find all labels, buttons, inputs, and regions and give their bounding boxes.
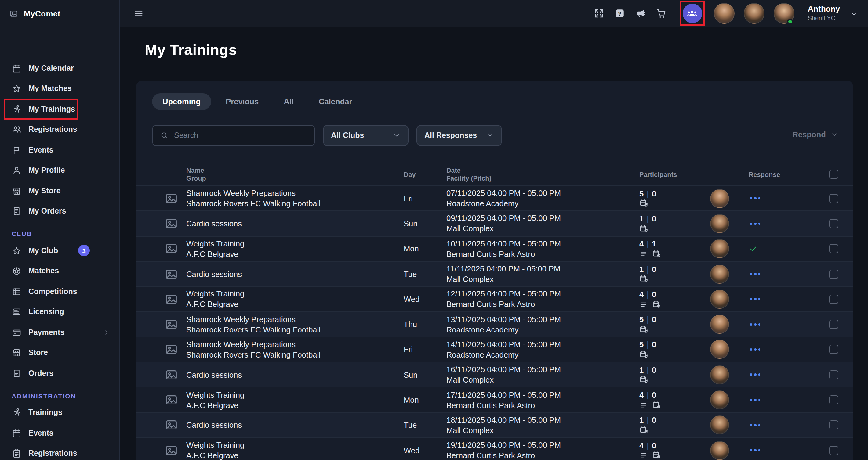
response-menu-button[interactable]: [749, 296, 762, 303]
calendar-sync-icon[interactable]: [652, 300, 661, 309]
participant-avatar[interactable]: [710, 340, 729, 359]
calendar-sync-icon[interactable]: [652, 451, 661, 460]
training-row[interactable]: Cardio sessionsSun16/11/2025 04:00 PM - …: [136, 362, 853, 387]
user-menu[interactable]: Anthony Sheriff YC: [808, 5, 840, 22]
response-menu-button[interactable]: [749, 371, 762, 379]
sidebar-item-my-profile[interactable]: My Profile: [0, 160, 119, 180]
training-row[interactable]: Shamrock Weekly PreparationsShamrock Rov…: [136, 337, 853, 362]
calendar-sync-icon[interactable]: [639, 325, 648, 334]
calendar-sync-icon[interactable]: [639, 426, 648, 435]
training-date: 16/11/2025 04:00 PM - 05:00 PM: [446, 364, 639, 374]
announcements-button[interactable]: [635, 8, 647, 19]
training-row[interactable]: Weights TrainingA.F.C BelgraveMon17/11/2…: [136, 387, 853, 413]
training-row[interactable]: Weights TrainingA.F.C BelgraveWed12/11/2…: [136, 286, 853, 311]
row-checkbox[interactable]: [829, 345, 838, 354]
sidebar-item-matches[interactable]: Matches: [0, 261, 119, 281]
sidebar-item-licensing[interactable]: Licensing: [0, 302, 119, 322]
calendar-sync-icon[interactable]: [639, 350, 648, 359]
sidebar-item-my-orders[interactable]: My Orders: [0, 201, 119, 222]
sidebar-item-my-club[interactable]: My Club3: [0, 240, 119, 261]
chevron-down-icon[interactable]: [849, 9, 858, 18]
tab-previous[interactable]: Previous: [215, 93, 269, 109]
tab-upcoming[interactable]: Upcoming: [152, 93, 211, 109]
attendance-list-icon[interactable]: [639, 401, 648, 410]
sidebar-item-my-calendar[interactable]: My Calendar: [0, 58, 119, 78]
training-row[interactable]: Shamrock Weekly PreparationsShamrock Rov…: [136, 186, 853, 211]
participant-avatar[interactable]: [710, 441, 729, 460]
row-checkbox[interactable]: [829, 219, 838, 228]
participant-avatar[interactable]: [710, 239, 729, 258]
participant-avatar[interactable]: [710, 416, 729, 435]
training-row[interactable]: Cardio sessionsTue18/11/2025 04:00 PM - …: [136, 412, 853, 437]
attendance-list-icon[interactable]: [639, 250, 648, 258]
cart-button[interactable]: [656, 8, 668, 19]
respond-button[interactable]: Respond: [793, 130, 838, 139]
training-row[interactable]: Cardio sessionsSun09/11/2025 04:00 PM - …: [136, 211, 853, 236]
response-menu-button[interactable]: [749, 422, 762, 429]
participant-avatar[interactable]: [710, 390, 729, 409]
sidebar-item-competitions[interactable]: Competitions: [0, 281, 119, 302]
training-row[interactable]: Weights TrainingA.F.C BelgraveMon10/11/2…: [136, 236, 853, 261]
sidebar-item-my-matches[interactable]: My Matches: [0, 78, 119, 99]
row-checkbox[interactable]: [829, 421, 838, 430]
response-menu-button[interactable]: [749, 396, 762, 403]
calendar-sync-icon[interactable]: [652, 401, 661, 410]
training-row[interactable]: Shamrock Weekly PreparationsShamrock Rov…: [136, 311, 853, 337]
calendar-sync-icon[interactable]: [639, 375, 648, 384]
sidebar-item-payments[interactable]: Payments: [0, 322, 119, 342]
fullscreen-button[interactable]: [593, 8, 605, 19]
participant-avatar[interactable]: [710, 189, 729, 208]
row-checkbox[interactable]: [829, 295, 838, 304]
responses-filter-select[interactable]: All Responses: [416, 125, 502, 146]
sidebar-item-store[interactable]: Store: [0, 342, 119, 363]
response-menu-button[interactable]: [749, 321, 762, 328]
response-menu-button[interactable]: [749, 447, 762, 454]
menu-toggle-button[interactable]: [132, 8, 144, 19]
response-menu-button[interactable]: [749, 270, 762, 277]
response-menu-button[interactable]: [749, 195, 762, 202]
sidebar-item-orders[interactable]: Orders: [0, 363, 119, 384]
sidebar-item-events[interactable]: Events: [0, 140, 119, 160]
sidebar-item-my-store[interactable]: My Store: [0, 180, 119, 201]
search-input[interactable]: [174, 131, 307, 140]
training-row[interactable]: Cardio sessionsTue11/11/2025 04:00 PM - …: [136, 261, 853, 287]
response-menu-button[interactable]: [749, 220, 762, 227]
sidebar-item-registrations[interactable]: Registrations: [0, 443, 119, 460]
participant-avatar[interactable]: [710, 214, 729, 233]
row-checkbox[interactable]: [829, 269, 838, 278]
response-menu-button[interactable]: [749, 346, 762, 353]
calendar-sync-icon[interactable]: [652, 250, 661, 258]
row-checkbox[interactable]: [829, 446, 838, 455]
attendance-list-icon[interactable]: [639, 300, 648, 309]
calendar-sync-icon[interactable]: [639, 275, 648, 284]
sidebar-item-events[interactable]: Events: [0, 423, 119, 443]
participant-avatar[interactable]: [710, 315, 729, 334]
avatar[interactable]: [744, 3, 765, 24]
avatar[interactable]: [774, 3, 795, 24]
participant-avatar[interactable]: [710, 365, 729, 384]
tab-all[interactable]: All: [273, 93, 304, 109]
attendance-list-icon[interactable]: [639, 451, 648, 460]
brand[interactable]: MyComet: [0, 0, 120, 27]
row-checkbox[interactable]: [829, 395, 838, 404]
sidebar-item-trainings[interactable]: Trainings: [0, 402, 119, 423]
row-checkbox[interactable]: [829, 320, 838, 329]
tab-calendar[interactable]: Calendar: [308, 93, 363, 109]
sidebar-item-registrations[interactable]: Registrations: [0, 119, 119, 140]
avatar[interactable]: [714, 3, 735, 24]
calendar-sync-icon[interactable]: [639, 224, 648, 233]
row-checkbox[interactable]: [829, 370, 838, 379]
select-all-checkbox[interactable]: [829, 170, 838, 179]
sidebar-item-my-trainings[interactable]: My Trainings: [0, 99, 119, 119]
row-checkbox[interactable]: [829, 244, 838, 253]
row-checkbox[interactable]: [829, 194, 838, 203]
search-box[interactable]: [152, 125, 315, 146]
participant-avatar[interactable]: [710, 290, 729, 309]
groups-button[interactable]: [683, 4, 702, 23]
training-row[interactable]: Weights TrainingA.F.C BelgraveWed19/11/2…: [136, 437, 853, 460]
participant-avatar[interactable]: [710, 264, 729, 284]
clubs-filter-select[interactable]: All Clubs: [323, 125, 408, 146]
help-button[interactable]: ?: [614, 8, 626, 19]
participants-count: 5|0: [639, 188, 710, 199]
calendar-sync-icon[interactable]: [639, 199, 648, 208]
